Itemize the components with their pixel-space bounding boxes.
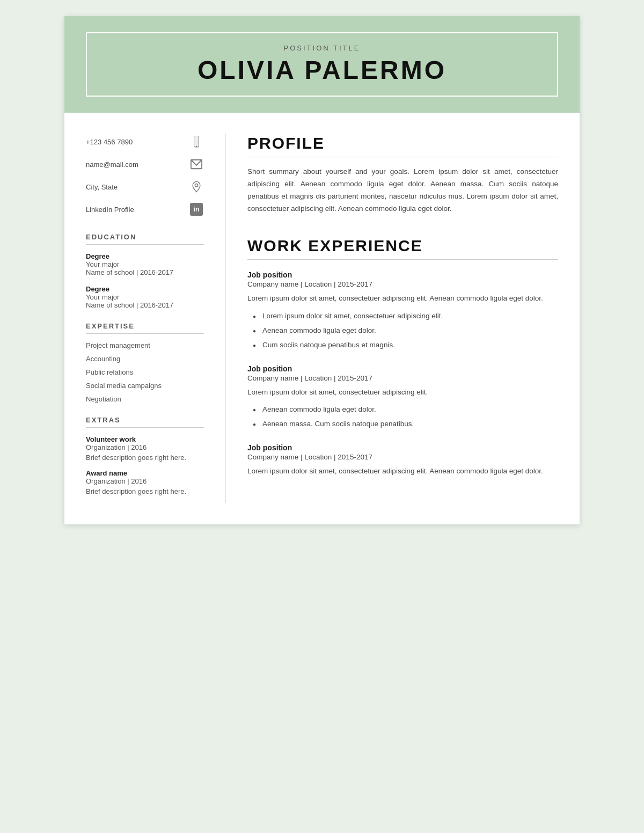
job-desc-3: Lorem ipsum dolor sit amet, consectetuer…	[247, 465, 558, 478]
extras-section: Extras Volunteer work Organization | 201…	[86, 416, 204, 495]
expertise-item-3: Public relations	[86, 368, 204, 376]
contact-email: name@mail.com	[86, 157, 204, 172]
linkedin-box: in	[190, 203, 203, 216]
phone-text: +123 456 7890	[86, 138, 133, 146]
education-section: Education Degree Your major Name of scho…	[86, 233, 204, 309]
job-entry-1: Job position Company name | Location | 2…	[247, 271, 558, 352]
email-text: name@mail.com	[86, 160, 138, 169]
job-entry-3: Job position Company name | Location | 2…	[247, 443, 558, 478]
linkedin-icon: in	[189, 202, 204, 217]
job-bullets-1: Lorem ipsum dolor sit amet, consectetuer…	[253, 310, 558, 352]
job-position-1: Job position	[247, 271, 558, 279]
resume-container: Position Title Olivia Palermo +123 456 7…	[64, 16, 580, 524]
edu-degree-1: Degree	[86, 252, 204, 260]
extra-org-2: Organization | 2016	[86, 477, 204, 485]
expertise-item-5: Negotiation	[86, 395, 204, 403]
work-experience-section: Work Experience Job position Company nam…	[247, 237, 558, 478]
location-icon	[189, 179, 204, 194]
job-bullets-2: Aenean commodo ligula eget dolor. Aenean…	[253, 404, 558, 430]
extra-desc-2: Brief description goes right here.	[86, 487, 204, 495]
svg-rect-1	[195, 137, 199, 145]
profile-section: Profile Short summary about yourself and…	[247, 134, 558, 215]
job-desc-1: Lorem ipsum dolor sit amet, consectetuer…	[247, 293, 558, 305]
extra-title-2: Award name	[86, 469, 204, 477]
location-text: City, State	[86, 183, 118, 191]
candidate-name: Olivia Palermo	[108, 55, 536, 85]
work-experience-title: Work Experience	[247, 237, 558, 260]
edu-major-2: Your major	[86, 293, 204, 301]
expertise-item-2: Accounting	[86, 355, 204, 363]
right-column: Profile Short summary about yourself and…	[231, 134, 580, 503]
edu-school-2: Name of school | 2016-2017	[86, 301, 204, 309]
expertise-section: Expertise Project management Accounting …	[86, 322, 204, 403]
job-entry-2: Job position Company name | Location | 2…	[247, 364, 558, 431]
profile-text: Short summary about yourself and your go…	[247, 166, 558, 215]
edu-entry-2: Degree Your major Name of school | 2016-…	[86, 285, 204, 309]
contact-section: +123 456 7890 name@mail.com	[86, 134, 204, 217]
header: Position Title Olivia Palermo	[64, 16, 580, 113]
expertise-item-1: Project management	[86, 341, 204, 349]
header-inner: Position Title Olivia Palermo	[86, 32, 558, 97]
bullet-2-2: Aenean massa. Cum sociis natoque penatib…	[253, 418, 558, 430]
job-company-1: Company name | Location | 2015-2017	[247, 280, 558, 288]
extra-desc-1: Brief description goes right here.	[86, 454, 204, 462]
expertise-title: Expertise	[86, 322, 204, 334]
svg-point-2	[196, 145, 197, 147]
profile-title: Profile	[247, 134, 558, 157]
education-title: Education	[86, 233, 204, 245]
body: +123 456 7890 name@mail.com	[64, 113, 580, 524]
edu-degree-2: Degree	[86, 285, 204, 293]
svg-point-4	[195, 184, 198, 187]
bullet-1-3: Cum sociis natoque penatibus et magnis.	[253, 339, 558, 352]
edu-school-1: Name of school | 2016-2017	[86, 268, 204, 276]
contact-location: City, State	[86, 179, 204, 194]
position-title-label: Position Title	[108, 44, 536, 52]
job-company-3: Company name | Location | 2015-2017	[247, 453, 558, 461]
edu-entry-1: Degree Your major Name of school | 2016-…	[86, 252, 204, 276]
extra-entry-2: Award name Organization | 2016 Brief des…	[86, 469, 204, 495]
bullet-1-1: Lorem ipsum dolor sit amet, consectetuer…	[253, 310, 558, 323]
column-divider	[225, 134, 226, 503]
job-company-2: Company name | Location | 2015-2017	[247, 374, 558, 382]
contact-linkedin: LinkedIn Profile in	[86, 202, 204, 217]
job-desc-2: Lorem ipsum dolor sit amet, consectetuer…	[247, 386, 558, 399]
job-position-3: Job position	[247, 443, 558, 452]
extra-org-1: Organization | 2016	[86, 443, 204, 451]
phone-icon	[189, 134, 204, 149]
left-column: +123 456 7890 name@mail.com	[64, 134, 220, 503]
contact-phone: +123 456 7890	[86, 134, 204, 149]
extra-title-1: Volunteer work	[86, 435, 204, 443]
extras-title: Extras	[86, 416, 204, 428]
linkedin-text: LinkedIn Profile	[86, 206, 134, 214]
email-icon	[189, 157, 204, 172]
edu-major-1: Your major	[86, 260, 204, 268]
bullet-2-1: Aenean commodo ligula eget dolor.	[253, 404, 558, 416]
bullet-1-2: Aenean commodo ligula eget dolor.	[253, 325, 558, 337]
job-position-2: Job position	[247, 364, 558, 373]
expertise-item-4: Social media campaigns	[86, 382, 204, 390]
extra-entry-1: Volunteer work Organization | 2016 Brief…	[86, 435, 204, 462]
